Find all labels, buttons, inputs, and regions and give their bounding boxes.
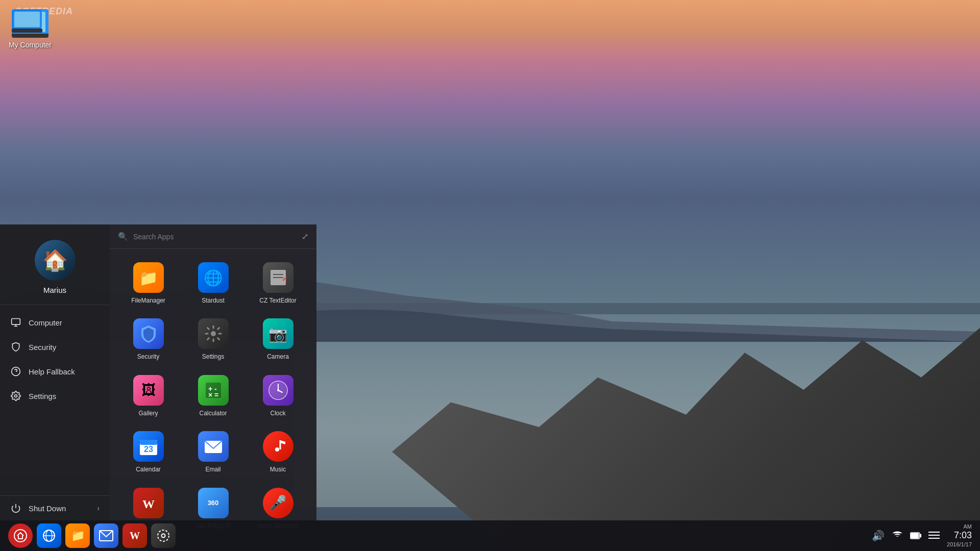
svg-rect-23 (140, 440, 157, 445)
app-label-calendar: Calendar (136, 466, 161, 473)
app-icon-music (263, 431, 293, 462)
app-item-filemanager[interactable]: 📁 FileManager (118, 257, 179, 309)
app-icon-stardust: 🌐 (198, 262, 229, 293)
shutdown-label: Shut Down (29, 504, 66, 513)
sidebar-item-settings[interactable]: Settings (0, 384, 110, 408)
settings-icon (10, 391, 21, 401)
svg-point-11 (211, 331, 216, 336)
app-icon-cztexteditor (263, 262, 293, 293)
avatar[interactable] (35, 240, 76, 281)
help-icon (10, 366, 21, 377)
shield-icon (10, 342, 21, 352)
app-label-gallery: Gallery (138, 410, 158, 417)
app-item-camera[interactable]: 📷 Camera (248, 313, 308, 365)
computer-icon-image (12, 9, 48, 38)
app-grid: 📁 FileManager 🌐 Stardust CZ TextEditor S… (110, 249, 316, 543)
my-computer-label: My Computer (9, 41, 52, 49)
sidebar-item-computer-label: Computer (29, 318, 62, 327)
taskbar-icon-wps[interactable]: W (122, 523, 147, 548)
taskbar-icon-start[interactable] (8, 523, 33, 548)
app-icon-filemanager: 📁 (133, 262, 164, 293)
app-item-calendar[interactable]: 23 Calendar (118, 426, 179, 478)
taskbar: 📁W 🔊 AM 7:03 2016/1/17 (0, 520, 980, 551)
svg-rect-38 (920, 534, 921, 537)
svg-text:=: = (214, 391, 218, 399)
sidebar-item-shutdown[interactable]: Shut Down › (0, 495, 110, 520)
chevron-right-icon: › (97, 504, 100, 512)
app-label-cztexteditor: CZ TextEditor (259, 297, 296, 304)
app-label-email: Email (205, 466, 220, 473)
sidebar-item-help[interactable]: Help Fallback (0, 359, 110, 384)
taskbar-right: 🔊 AM 7:03 2016/1/17 (872, 523, 972, 548)
search-bar: 🔍 ⤢ (110, 224, 316, 249)
app-item-security[interactable]: Security (118, 313, 179, 365)
volume-icon[interactable]: 🔊 (872, 530, 885, 542)
svg-text:×: × (208, 391, 212, 399)
app-item-email[interactable]: Email (183, 426, 243, 478)
taskbar-icon-settings[interactable] (151, 523, 176, 548)
my-computer-icon[interactable]: My Computer (5, 9, 56, 49)
taskbar-icon-filemanager[interactable]: 📁 (65, 523, 90, 548)
svg-point-6 (15, 395, 17, 397)
start-menu: Marius Computer Security Help Fallback (0, 224, 316, 520)
search-input[interactable] (133, 233, 297, 241)
svg-text:23: 23 (144, 445, 153, 454)
svg-point-33 (162, 534, 165, 538)
app-icon-settings (198, 318, 229, 349)
search-icon: 🔍 (118, 232, 128, 241)
expand-icon[interactable]: ⤢ (302, 232, 308, 241)
app-icon-wpsoffice: W (133, 488, 164, 518)
sidebar-item-security-label: Security (29, 343, 56, 352)
app-icon-calendar: 23 (133, 431, 164, 462)
app-icon-clock (263, 375, 293, 406)
clock-area: AM 7:03 2016/1/17 (947, 523, 972, 548)
app-item-cztexteditor[interactable]: CZ TextEditor (248, 257, 308, 309)
svg-point-28 (14, 530, 27, 542)
taskbar-icon-email[interactable] (94, 523, 118, 548)
app-icon-camera: 📷 (263, 318, 293, 349)
sidebar-item-help-label: Help Fallback (29, 367, 75, 376)
ampm-label: AM (947, 523, 972, 530)
user-section: Marius (0, 224, 110, 305)
svg-rect-2 (12, 29, 42, 33)
app-panel: 🔍 ⤢ 📁 FileManager 🌐 Stardust CZ TextEdit… (110, 224, 316, 520)
app-item-music[interactable]: Music (248, 426, 308, 478)
battery-icon[interactable] (910, 530, 921, 542)
power-icon (10, 503, 21, 513)
app-item-clock[interactable]: Clock (248, 370, 308, 422)
menu-icon[interactable] (928, 530, 940, 542)
app-item-settings[interactable]: Settings (183, 313, 243, 365)
app-item-gallery[interactable]: 🖼 Gallery (118, 370, 179, 422)
app-label-security: Security (137, 353, 159, 360)
app-label-camera: Camera (267, 353, 289, 360)
sidebar-item-computer[interactable]: Computer (0, 310, 110, 335)
taskbar-icon-stardust[interactable] (37, 523, 61, 548)
app-icon-voicerecorder: 🎤 (263, 488, 293, 518)
app-label-music: Music (270, 466, 286, 473)
clock-time: 7:03 (954, 530, 972, 540)
sidebar-item-settings-label: Settings (29, 392, 56, 400)
clock-date: 2016/1/17 (947, 541, 972, 548)
svg-point-21 (277, 389, 279, 391)
app-item-calculator[interactable]: +-×= Calculator (183, 370, 243, 422)
svg-text:W: W (142, 497, 155, 511)
nav-items: Computer Security Help Fallback Settings (0, 305, 110, 495)
app-label-settings: Settings (202, 353, 224, 360)
app-icon-360: 360 (198, 488, 229, 518)
app-label-clock: Clock (270, 410, 285, 417)
svg-rect-3 (12, 319, 20, 325)
app-icon-gallery: 🖼 (133, 375, 164, 406)
taskbar-left: 📁W (8, 523, 176, 548)
svg-rect-37 (911, 533, 919, 538)
username: Marius (43, 286, 66, 294)
svg-point-26 (275, 447, 279, 452)
shutdown-left: Shut Down (10, 503, 66, 513)
sidebar-item-security[interactable]: Security (0, 335, 110, 359)
wifi-icon[interactable] (892, 529, 903, 543)
computer-icon (10, 317, 21, 328)
app-icon-calculator: +-×= (198, 375, 229, 406)
app-label-calculator: Calculator (199, 410, 227, 417)
app-label-stardust: Stardust (202, 297, 225, 304)
app-item-stardust[interactable]: 🌐 Stardust (183, 257, 243, 309)
app-icon-security (133, 318, 164, 349)
